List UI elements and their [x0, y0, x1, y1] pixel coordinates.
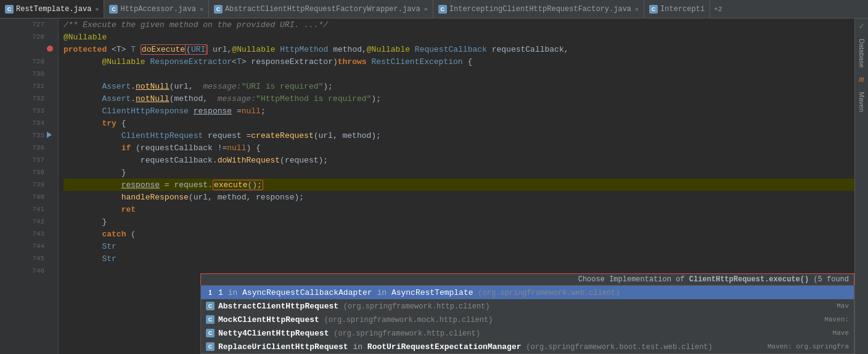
kw-protected: protected	[63, 45, 107, 54]
tab-close-abstractclient[interactable]: ✕	[424, 6, 428, 13]
ac-bold-2: AbstractClientHttpRequest	[218, 302, 338, 311]
ac-icon-4: C	[206, 329, 215, 337]
gutter-icon-728b	[47, 46, 54, 53]
autocomplete-item-4[interactable]: C Netty4ClientHttpRequest (org.springfra…	[201, 326, 854, 340]
line-number-745: 745	[27, 255, 44, 262]
code-line-736: if (requestCallback != null ) {	[63, 142, 854, 154]
right-sidebar: ✓ Database m Maven	[854, 18, 868, 354]
method-dowithrequest: doWithRequest	[218, 156, 280, 165]
code-line-731: Assert . notNull (url, message: "URI is …	[63, 80, 854, 92]
ac-classname2-1: AsyncRestTemplate	[391, 288, 473, 297]
ac-tail-2: Mav	[824, 302, 849, 310]
sidebar-m-icon: m	[859, 73, 864, 87]
var-response739: response	[121, 180, 160, 190]
tab-httpaccessor[interactable]: C HttpAccessor.java ✕	[104, 0, 208, 18]
type-clienthttprequest: ClientHttpRequest	[121, 131, 203, 140]
line-number-739: 739	[27, 181, 44, 188]
gutter-line-740: 740	[0, 191, 58, 203]
tab-intercepting[interactable]: C InterceptingClientHttpRequestFactory.j…	[433, 0, 644, 18]
type-assert732: Assert	[102, 94, 131, 103]
line-number-731: 731	[27, 82, 44, 90]
str-httpmethod-required: "HttpMethod is required"	[256, 94, 371, 103]
gutter-icon-746	[47, 267, 54, 275]
annot-nullable3: @Nullable	[102, 57, 145, 66]
method-execute: execute	[214, 180, 248, 190]
gutter-line-746: 746	[0, 265, 58, 277]
ac-text-5: ReplaceUriClientHttpRequest in RootUriRe…	[218, 342, 713, 352]
code-line-744: Str	[63, 240, 854, 252]
var-response733: response	[194, 107, 232, 116]
code-line-728b: protected <T> T doExecute(URI url , @Nul…	[63, 43, 854, 55]
ac-bold-3: MockClientHttpRequest	[218, 315, 319, 324]
tab-close-httpaccessor[interactable]: ✕	[200, 6, 203, 13]
sidebar-check-icon: ✓	[859, 18, 864, 34]
type-restclientexception: RestClientException	[371, 57, 462, 66]
ac-icon-2: C	[206, 302, 215, 310]
autocomplete-popup: Choose Implementation of ClientHttpReque…	[200, 273, 854, 354]
method-handleresponse: handleResponse	[121, 193, 189, 202]
kw-catch: catch	[102, 230, 126, 239]
line-number-734: 734	[27, 119, 44, 127]
gutter-line-728b	[0, 43, 58, 55]
method-createrequest: createRequest	[251, 131, 313, 140]
ac-in-5: in	[353, 342, 367, 352]
autocomplete-item-2[interactable]: C AbstractClientHttpRequest (org.springf…	[201, 299, 854, 313]
line-number-729: 729	[27, 58, 44, 65]
gutter-icon-735	[47, 132, 54, 139]
tab-resttemplate[interactable]: C RestTemplate.java ✕	[0, 0, 104, 18]
type-httpmethod: HttpMethod	[280, 45, 328, 54]
method-doexecute: doExecute	[142, 45, 185, 54]
gutter-line-736: 736	[0, 142, 58, 154]
tab-close-resttemplate[interactable]: ✕	[95, 6, 99, 13]
gutter-line-728: 728	[0, 31, 58, 43]
autocomplete-header: Choose Implementation of ClientHttpReque…	[200, 273, 854, 285]
tab-icon-httpaccessor: C	[109, 5, 118, 14]
gutter-icon-745	[47, 255, 54, 262]
gutter-icon-738	[47, 169, 54, 176]
line-number-733: 733	[27, 107, 44, 115]
ac-class2-5: RootUriRequestExpectationManager	[367, 342, 522, 352]
code-line-745: Str	[63, 252, 854, 265]
autocomplete-item-3[interactable]: C MockClientHttpRequest (org.springframe…	[201, 313, 854, 326]
sidebar-tab-database[interactable]: Database	[856, 34, 867, 73]
autocomplete-item-1[interactable]: 1 1 in AsyncRequestCallbackAdapter in As…	[201, 286, 854, 299]
tab-close-intercepting[interactable]: ✕	[635, 6, 639, 13]
gutter-line-743: 743	[0, 228, 58, 240]
editor-container: C RestTemplate.java ✕ C HttpAccessor.jav…	[0, 0, 868, 354]
gutter-line-731: 731	[0, 80, 58, 92]
ac-text-3: MockClientHttpRequest (org.springframewo…	[218, 315, 493, 324]
line-number-741: 741	[27, 206, 44, 213]
code-wrapper[interactable]: /** Execute the given method on the prov…	[59, 18, 854, 354]
gutter-line-742: 742	[0, 215, 58, 228]
tab-overflow[interactable]: +2	[710, 6, 726, 13]
code-line-737: requestCallback . doWithRequest (request…	[63, 154, 854, 166]
hint-message732: message:	[218, 94, 256, 103]
gutter-line-733: 733	[0, 105, 58, 117]
ac-package-1: (org.springframework.web.client)	[478, 289, 620, 297]
line-number-730: 730	[27, 70, 44, 78]
tab-label-resttemplate: RestTemplate.java	[16, 5, 91, 14]
str-uri-required: "URI is required"	[242, 82, 324, 91]
tab-icon-intercepti2: C	[649, 5, 658, 14]
line-number-738: 738	[27, 169, 44, 176]
autocomplete-item-5[interactable]: C ReplaceUriClientHttpRequest in RootUri…	[201, 340, 854, 353]
bookmark-arrow-735	[47, 132, 52, 138]
kw-null736: null	[227, 143, 246, 153]
tab-abstractclient[interactable]: C AbstractClientHttpRequestFactoryWrappe…	[209, 0, 433, 18]
code-line-739: response = request. execute();	[63, 179, 854, 191]
line-number-728: 728	[27, 33, 44, 41]
ac-number-1: 1	[218, 288, 223, 297]
ac-text-1: 1 in AsyncRequestCallbackAdapter in Asyn…	[218, 288, 620, 297]
tab-intercepti2[interactable]: C Intercepti	[644, 0, 710, 18]
gutter-icon-736	[47, 144, 54, 151]
tab-label-abstractclient: AbstractClientHttpRequestFactoryWrapper.…	[225, 5, 420, 14]
ac-package-4: (org.springframework.http.client)	[334, 329, 480, 338]
code-line-729: @Nullable ResponseExtractor < T > respon…	[63, 55, 854, 68]
line-number-732: 732	[27, 95, 44, 102]
line-number-743: 743	[27, 230, 44, 238]
gutter-icon-743	[47, 230, 54, 238]
param-method: method	[333, 45, 362, 54]
sidebar-tab-maven[interactable]: Maven	[856, 87, 867, 117]
comment-727: /** Execute the given method on the prov…	[63, 20, 328, 30]
breakpoint-dot-728	[47, 46, 53, 52]
